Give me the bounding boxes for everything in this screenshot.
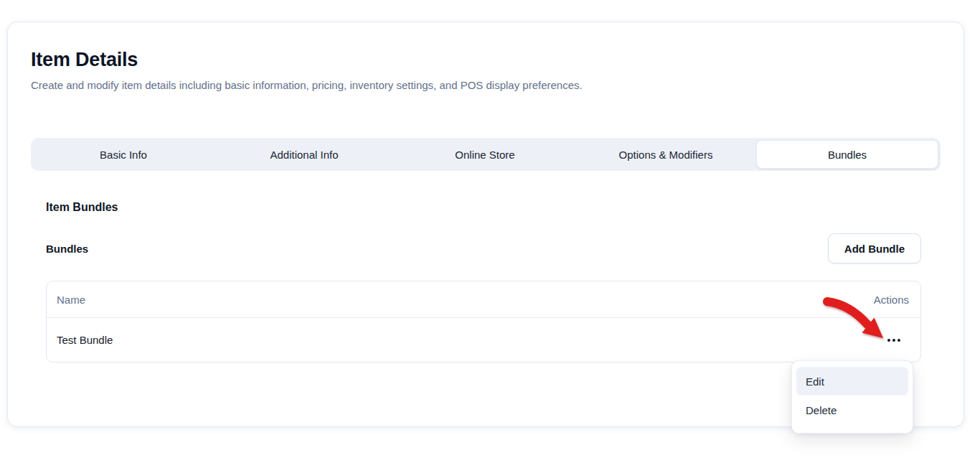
tab-online-store[interactable]: Online Store bbox=[395, 140, 575, 169]
tabs-list: Basic Info Additional Info Online Store … bbox=[31, 138, 941, 171]
bundles-label: Bundles bbox=[46, 243, 88, 255]
menu-item-delete[interactable]: Delete bbox=[796, 396, 908, 424]
column-header-name: Name bbox=[47, 294, 874, 306]
tab-bundles[interactable]: Bundles bbox=[756, 140, 938, 169]
add-bundle-button[interactable]: Add Bundle bbox=[828, 233, 921, 263]
table-header-row: Name Actions bbox=[47, 281, 920, 318]
tab-basic-info[interactable]: Basic Info bbox=[33, 140, 214, 169]
table-row: Test Bundle bbox=[47, 318, 920, 362]
page-title: Item Details bbox=[31, 48, 941, 71]
menu-item-edit[interactable]: Edit bbox=[796, 367, 908, 396]
bundles-toolbar: Bundles Add Bundle bbox=[46, 233, 921, 263]
page: Item Details Create and modify item deta… bbox=[0, 0, 980, 458]
actions-dropdown-menu: Edit Delete bbox=[791, 360, 913, 434]
bundle-name-cell: Test Bundle bbox=[47, 334, 886, 346]
item-bundles-section: Item Bundles Bundles Add Bundle Name Act… bbox=[46, 200, 921, 363]
bundles-table: Name Actions Test Bundle bbox=[46, 281, 921, 363]
bundle-actions-cell bbox=[886, 335, 920, 346]
tab-options-modifiers[interactable]: Options & Modifiers bbox=[575, 140, 756, 169]
page-subtitle: Create and modify item details including… bbox=[31, 78, 941, 93]
ellipsis-icon[interactable] bbox=[886, 335, 902, 346]
column-header-actions: Actions bbox=[874, 294, 920, 306]
section-heading: Item Bundles bbox=[46, 200, 921, 215]
tab-additional-info[interactable]: Additional Info bbox=[214, 140, 395, 169]
